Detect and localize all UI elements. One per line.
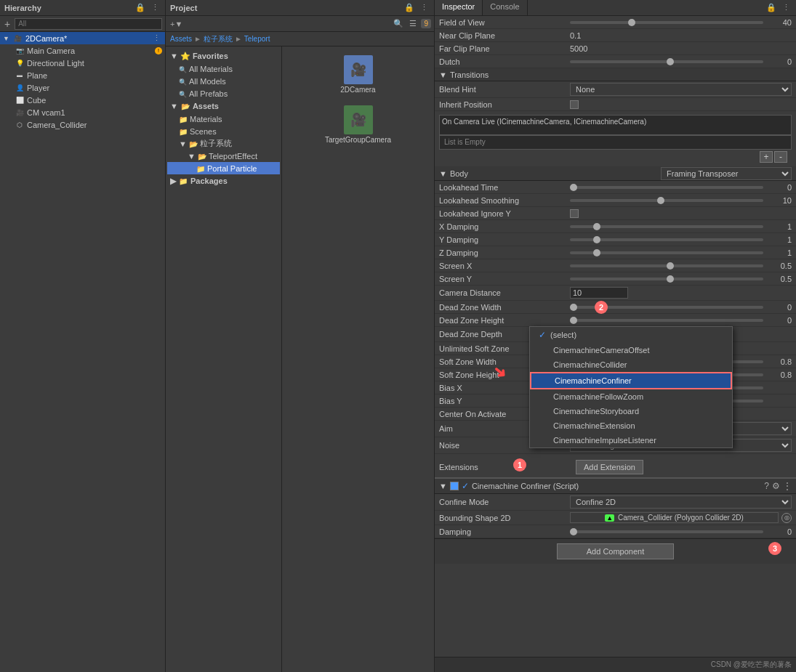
cm-confiner-enable-checkbox[interactable] (450, 482, 459, 490)
dropdown-impulse-listener[interactable]: CinemachineImpulseListener (530, 433, 732, 448)
lookahead-smoothing-track[interactable] (570, 199, 763, 202)
dutch-slider-thumb[interactable] (667, 58, 674, 65)
hierarchy-add-button[interactable]: + (3, 18, 12, 30)
lookahead-time-value: 0 (766, 183, 792, 192)
breadcrumb-particle[interactable]: 粒子系统 (204, 34, 233, 44)
dropdown-follow-zoom[interactable]: CinemachineFollowZoom (530, 389, 732, 404)
dead-zone-w-track[interactable] (570, 306, 763, 309)
inspector-menu-icon[interactable]: ⋮ (781, 3, 792, 12)
dutch-slider-track[interactable] (570, 60, 763, 63)
extensions-label: Extensions (439, 463, 570, 471)
inspector-lock-icon[interactable]: 🔒 (765, 3, 778, 12)
folder-teleport-label: TeleportEffect (209, 152, 257, 161)
dead-zone-w-thumb[interactable] (570, 304, 577, 311)
project-lock-icon[interactable]: 🔒 (403, 3, 416, 12)
dropdown-collider[interactable]: CinemachineCollider (530, 357, 732, 372)
dropdown-extension[interactable]: CinemachineExtension (530, 418, 732, 433)
z-damping-thumb[interactable] (593, 249, 600, 256)
folder-materials[interactable]: Materials (167, 113, 280, 125)
soft-zone-w-value: 0.8 (766, 357, 792, 366)
bounding-shape-object-ref[interactable]: ▲ Camera_Collider (Polygon Collider 2D) (570, 512, 779, 523)
project-sort-icon[interactable]: ☰ (408, 19, 418, 28)
hierarchy-item-cube[interactable]: Cube (0, 94, 165, 106)
folder-scenes[interactable]: Scenes (167, 125, 280, 137)
dropdown-select-item[interactable]: ✓ (select) (530, 327, 732, 343)
hierarchy-item-player[interactable]: Player (0, 81, 165, 94)
y-damping-track[interactable] (570, 238, 763, 241)
x-damping-track[interactable] (570, 225, 763, 228)
folder-scenes-label: Scenes (190, 127, 217, 136)
cm-menu-icon[interactable]: ⋮ (783, 481, 792, 491)
row-z-damping: Z Damping 1 (435, 246, 796, 259)
tab-inspector[interactable]: Inspector (435, 0, 483, 15)
x-damping-thumb[interactable] (593, 223, 600, 230)
hierarchy-item-maincamera[interactable]: Main Camera ! (0, 44, 165, 57)
folder-particle-system[interactable]: ▼ 粒子系统 (167, 137, 280, 150)
hierarchy-item-directionallight[interactable]: Directional Light (0, 57, 165, 69)
folder-portal[interactable]: Portal Particle (167, 162, 280, 174)
hierarchy-item-2dcamera[interactable]: ▼ 2DCamera* ⋮ (0, 32, 165, 44)
assets-icon (180, 101, 190, 111)
dropdown-confiner[interactable]: CinemachineConfiner (530, 372, 732, 389)
confine-mode-select[interactable]: Confine 2D (570, 495, 792, 509)
dead-zone-h-track[interactable] (570, 319, 763, 322)
damping-thumb[interactable] (570, 528, 577, 535)
hierarchy-item-plane[interactable]: Plane (0, 69, 165, 81)
add-component-button[interactable]: Add Component (557, 543, 675, 559)
hierarchy-lock-icon[interactable]: 🔒 (134, 3, 147, 12)
dropdown-item-label: (select) (550, 331, 576, 339)
lookahead-time-thumb[interactable] (570, 184, 577, 191)
z-damping-track[interactable] (570, 251, 763, 254)
hierarchy-item-camera-collider[interactable]: Camera_Collider (0, 118, 165, 131)
remove-button[interactable]: - (774, 151, 787, 163)
lookahead-smoothing-thumb[interactable] (657, 197, 664, 204)
project-search-icon[interactable]: 🔍 (392, 19, 405, 28)
inherit-pos-checkbox[interactable] (570, 100, 579, 109)
bounding-shape-picker-icon[interactable]: ◎ (781, 513, 792, 523)
on-camera-live-text[interactable]: On Camera Live (ICinemachineCamera, ICin… (439, 115, 792, 135)
fav-models[interactable]: All Models (167, 75, 280, 87)
fav-materials[interactable]: All Materials (167, 62, 280, 75)
y-damping-thumb[interactable] (593, 236, 600, 243)
asset-2dcamera[interactable]: 🎥 2DCamera (288, 52, 428, 97)
blend-hint-select[interactable]: None (570, 83, 792, 96)
hierarchy-item-vcam1[interactable]: CM vcam1 (0, 106, 165, 118)
breadcrumb-assets[interactable]: Assets (170, 35, 192, 43)
project-add-button[interactable]: +▼ (169, 20, 184, 28)
assets-label: Assets (193, 102, 219, 110)
tab-console[interactable]: Console (483, 0, 527, 15)
screen-x-track[interactable] (570, 264, 763, 267)
breadcrumb-teleport[interactable]: Teleport (244, 35, 270, 43)
hierarchy-search-input[interactable] (15, 18, 162, 30)
screen-x-thumb[interactable] (667, 262, 674, 270)
add-button[interactable]: + (760, 151, 773, 163)
vcam-icon-2 (15, 108, 25, 118)
folder-teleport[interactable]: ▼ TeleportEffect (167, 150, 280, 162)
screen-x-label: Screen X (439, 262, 570, 270)
dead-zone-h-thumb[interactable] (570, 317, 577, 324)
inherit-pos-label: Inherit Position (439, 100, 570, 109)
lookahead-ignore-checkbox[interactable] (570, 209, 579, 218)
screen-y-track[interactable] (570, 278, 763, 280)
body-framing-select[interactable]: Framing Transposer (661, 167, 792, 180)
hierarchy-menu-icon[interactable]: ⋮ (150, 3, 161, 12)
fov-slider-track[interactable] (570, 21, 763, 24)
lookahead-time-track[interactable] (570, 186, 763, 189)
fav-prefabs[interactable]: All Prefabs (167, 87, 280, 100)
damping-track[interactable] (570, 530, 763, 533)
hierarchy-toolbar: + (0, 16, 165, 32)
cam-dist-input[interactable] (570, 287, 628, 299)
dropdown-camera-offset[interactable]: CinemachineCameraOffset (530, 343, 732, 357)
dropdown-storyboard[interactable]: CinemachineStoryboard (530, 404, 732, 418)
add-extension-button[interactable]: Add Extension (576, 460, 643, 474)
project-header: Project 🔒 ⋮ (166, 0, 434, 16)
cm-help-icon[interactable]: ? (764, 481, 769, 491)
teleport-triangle: ▼ (188, 152, 196, 161)
transitions-section-toggle[interactable]: ▼ Transitions (435, 68, 796, 81)
project-menu-icon[interactable]: ⋮ (419, 3, 430, 12)
fov-slider-thumb[interactable] (628, 19, 635, 26)
cm-settings-icon[interactable]: ⚙ (772, 481, 780, 491)
asset-targetgroup[interactable]: 🎥 TargetGroupCamera (288, 102, 428, 147)
hierarchy-item-menu[interactable]: ⋮ (151, 33, 162, 43)
screen-y-thumb[interactable] (667, 275, 674, 283)
